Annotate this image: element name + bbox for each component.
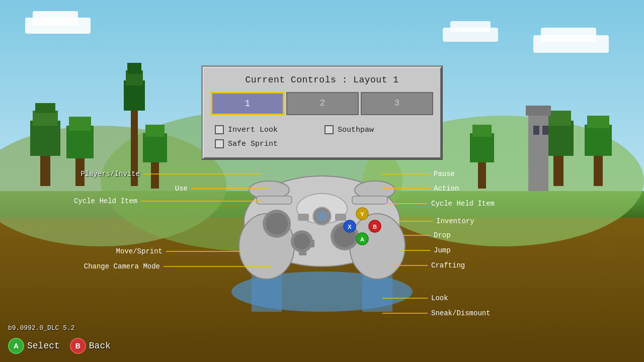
tab-layout-2[interactable]: 2 [286,92,359,115]
svg-rect-29 [470,133,494,162]
svg-rect-40 [541,28,596,42]
controls-dialog: Current Controls : Layout 1 1 2 3 Invert… [201,65,443,160]
svg-rect-23 [252,272,282,312]
dialog-title: Current Controls : Layout 1 [211,75,433,85]
svg-rect-6 [30,121,60,156]
svg-rect-18 [528,111,548,191]
safe-sprint-checkbox[interactable] [215,139,224,148]
safe-sprint-label: Safe Sprint [228,140,278,148]
southpaw-label: Southpaw [338,126,374,134]
invert-look-option[interactable]: Invert Look [215,125,319,134]
back-hint[interactable]: B Back [70,338,111,354]
svg-rect-31 [131,101,138,186]
svg-rect-36 [33,11,78,25]
b-button-icon: B [70,338,86,354]
svg-rect-19 [526,106,551,116]
southpaw-option[interactable]: Southpaw [325,125,429,134]
landscape-svg [0,0,644,362]
svg-rect-34 [127,63,141,74]
svg-rect-24 [362,272,392,312]
svg-rect-38 [450,21,491,32]
bottom-bar: A Select B Back [8,338,111,354]
svg-rect-27 [145,125,165,137]
svg-rect-8 [35,103,55,113]
options-panel: Invert Look Southpaw Safe Sprint [211,123,433,150]
tab-layout-3[interactable]: 3 [361,92,433,115]
svg-rect-26 [143,133,167,162]
layout-tabs: 1 2 3 [211,92,433,115]
svg-rect-21 [542,126,548,135]
svg-rect-11 [69,117,91,131]
select-hint[interactable]: A Select [8,338,60,354]
svg-rect-16 [585,125,612,156]
version-text: b9.0992.0_DLC 5.2 [8,324,75,332]
svg-rect-20 [533,126,539,135]
svg-rect-17 [587,116,609,128]
southpaw-checkbox[interactable] [325,125,334,134]
invert-look-checkbox[interactable] [215,125,224,134]
svg-rect-30 [472,125,492,137]
select-label: Select [27,341,60,351]
a-button-icon: A [8,338,24,354]
background [0,0,644,362]
back-label: Back [89,341,111,351]
safe-sprint-option[interactable]: Safe Sprint [215,139,319,148]
tab-layout-1[interactable]: 1 [211,92,284,115]
invert-look-label: Invert Look [228,126,278,134]
